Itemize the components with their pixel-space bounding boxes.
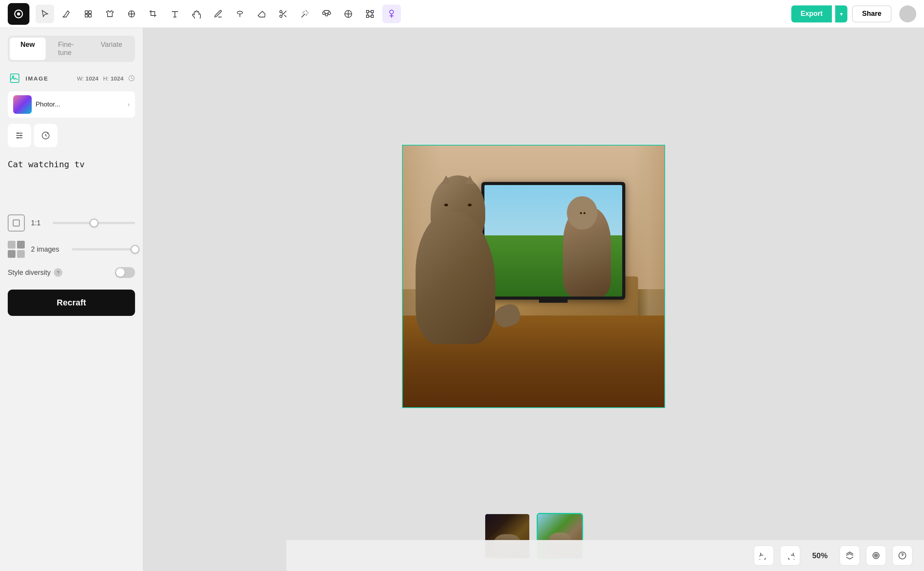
toolbar: Export ▾ Share [0,0,924,28]
tab-variate[interactable]: Variate [90,38,133,60]
help-button[interactable] [892,545,912,566]
image-count-label: 2 images [31,245,66,254]
eraser-tool[interactable] [252,5,271,23]
style-diversity-toggle[interactable] [115,267,135,278]
tab-new[interactable]: New [10,38,46,60]
hand-tool[interactable] [187,5,206,23]
width-label: W: 1024 [77,75,99,82]
group-tool[interactable] [317,5,336,23]
image-count-slider[interactable] [72,248,135,250]
svg-point-14 [12,76,14,77]
aspect-ratio-label: 1:1 [31,219,46,227]
pattern-tool[interactable] [122,5,141,23]
crop-tool[interactable] [144,5,163,23]
cat-scene-illustration [403,146,664,407]
aspect-ratio-icon [8,214,25,231]
svg-rect-5 [89,14,91,17]
style-random-button[interactable] [34,124,57,147]
svg-point-23 [876,555,876,556]
undo-button[interactable] [754,545,774,566]
svg-point-8 [280,15,282,17]
diversity-help-icon[interactable]: ? [54,268,62,277]
layers-button[interactable] [840,545,860,566]
style-diversity-row: Style diversity ? [8,267,135,278]
style-name: Photor... [36,101,60,108]
effects-button[interactable] [866,545,886,566]
svg-point-1 [17,12,20,15]
svg-point-7 [280,10,282,13]
aspect-ratio-slider[interactable] [53,222,135,224]
style-controls [8,124,135,147]
svg-rect-9 [323,12,325,14]
lasso-tool[interactable] [231,5,249,23]
redo-button[interactable] [780,545,800,566]
wand-tool[interactable] [296,5,314,23]
share-button[interactable]: Share [852,5,891,22]
vector-tool[interactable] [57,5,76,23]
image-section-icon [8,71,22,85]
cat-eye-right [468,204,472,206]
cat-eye-left [444,204,448,206]
style-diversity-label: Style diversity ? [8,268,62,277]
dimensions-icon [128,75,135,82]
style-chevron-icon: › [128,101,130,108]
style-settings-button[interactable] [8,124,31,147]
tv-cat-eye-left [580,212,582,214]
count-icon [8,241,25,258]
svg-rect-11 [325,14,328,16]
tab-finetune[interactable]: Fine-tune [47,38,88,60]
app-logo[interactable] [8,3,29,25]
svg-rect-10 [328,12,330,14]
aspect-ratio-row: 1:1 [8,214,135,231]
zoom-display: 50% [806,551,833,560]
image-count-row: 2 images [8,241,135,258]
scissors-tool[interactable] [274,5,293,23]
image-dimensions: W: 1024 H: 1024 [77,75,135,82]
main-image-container[interactable] [402,145,665,408]
text-tool[interactable] [166,5,184,23]
section-label-text: IMAGE [26,75,48,82]
shirt-tool[interactable] [101,5,119,23]
svg-rect-3 [89,11,91,14]
left-panel: New Fine-tune Variate IMAGE W: 1024 H: 1… [0,28,143,571]
svg-rect-20 [13,220,19,226]
recraft-ai-tool[interactable] [79,5,98,23]
panel-tabs: New Fine-tune Variate [8,36,135,62]
svg-rect-2 [85,11,88,14]
section-header: IMAGE W: 1024 H: 1024 [8,71,135,85]
segment-tool[interactable] [339,5,358,23]
cat-body [416,211,495,345]
cat-ear-right [465,175,474,184]
user-avatar[interactable] [899,5,916,22]
bottom-bar: 50% [286,540,924,571]
cat-front [411,166,510,345]
style-thumbnail [13,95,32,114]
svg-rect-4 [85,14,88,17]
export-button[interactable]: Export [791,5,832,22]
recraft-button[interactable]: Recraft [8,290,135,316]
export-dropdown-button[interactable]: ▾ [835,5,847,22]
tv-base [539,300,568,303]
svg-point-16 [17,132,19,134]
select-tool[interactable] [36,5,54,23]
tv-cat-eye-right [583,212,585,214]
tv-cat-head [567,196,597,230]
height-label: H: 1024 [103,75,123,82]
svg-point-17 [20,135,22,136]
vectorize-tool[interactable] [361,5,379,23]
cat-ear-left [441,175,451,184]
canvas-area[interactable]: 50% [143,28,924,571]
pencil-tool[interactable] [209,5,228,23]
svg-point-18 [17,137,19,139]
prompt-input[interactable]: Cat watching tv [8,155,135,201]
main-image[interactable] [402,145,665,408]
ai-active-tool[interactable] [382,5,401,23]
toggle-knob [116,268,125,277]
style-selector[interactable]: Photor... › [8,91,135,118]
